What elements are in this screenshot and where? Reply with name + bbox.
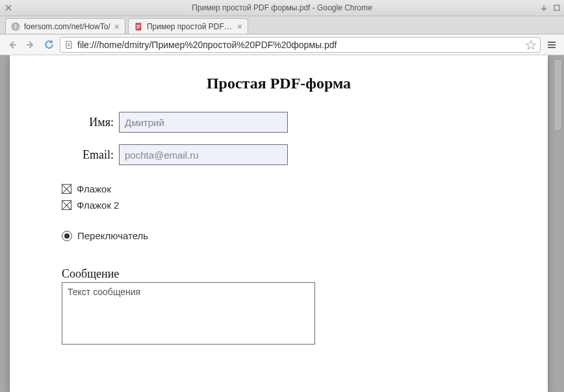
- tab-title: Пример простой PDF фо: [147, 22, 233, 31]
- tab-close-button[interactable]: ×: [114, 22, 120, 31]
- svg-rect-5: [136, 26, 140, 27]
- arrow-left-icon: [7, 40, 18, 50]
- svg-rect-6: [136, 27, 139, 28]
- file-icon: [64, 40, 73, 49]
- checkbox-2[interactable]: [62, 200, 71, 210]
- close-icon: [5, 5, 12, 11]
- checkbox-2-label: Флажок 2: [77, 200, 119, 211]
- window-minimize-button[interactable]: [539, 3, 548, 12]
- tabs-bar: foersom.com/net/HowTo/ × Пример простой …: [0, 16, 564, 34]
- tab-close-button[interactable]: ×: [237, 22, 242, 31]
- tab-pdf[interactable]: Пример простой PDF фо ×: [128, 18, 248, 34]
- email-label: Email:: [62, 148, 114, 162]
- svg-rect-4: [136, 25, 140, 25]
- vertical-scrollbar-thumb[interactable]: [554, 59, 562, 131]
- bookmark-star-icon[interactable]: [526, 40, 536, 50]
- minimize-icon: [541, 5, 547, 11]
- url-bar[interactable]: [60, 37, 541, 53]
- name-label: Имя:: [62, 116, 114, 129]
- window-titlebar: Пример простой PDF формы.pdf - Google Ch…: [0, 0, 564, 16]
- window-close-button[interactable]: [4, 3, 13, 12]
- checkbox-1[interactable]: [62, 184, 71, 194]
- back-button[interactable]: [5, 38, 19, 52]
- page-title: Простая PDF-форма: [62, 75, 496, 92]
- checkbox-1-label: Флажок: [77, 183, 111, 194]
- url-input[interactable]: [77, 40, 522, 50]
- pdf-page: Простая PDF-форма Имя: Email: Флажок Фла…: [10, 55, 548, 392]
- name-input[interactable]: [119, 112, 288, 133]
- radio-1-label: Переключатель: [77, 230, 148, 241]
- window-title: Пример простой PDF формы.pdf - Google Ch…: [192, 3, 372, 12]
- reload-icon: [44, 39, 55, 50]
- reload-button[interactable]: [42, 38, 56, 52]
- chrome-menu-button[interactable]: [545, 38, 559, 52]
- message-textarea[interactable]: [62, 282, 315, 345]
- hamburger-icon: [546, 40, 557, 50]
- globe-icon: [11, 22, 20, 31]
- tab-title: foersom.com/net/HowTo/: [24, 22, 110, 31]
- window-maximize-button[interactable]: [552, 3, 561, 12]
- email-input[interactable]: [119, 144, 288, 165]
- pdf-icon: [134, 22, 143, 31]
- radio-1[interactable]: [62, 231, 72, 241]
- arrow-right-icon: [25, 40, 36, 50]
- maximize-icon: [554, 5, 560, 11]
- svg-rect-0: [554, 5, 559, 10]
- tab-foersom[interactable]: foersom.com/net/HowTo/ ×: [5, 18, 125, 34]
- message-label: Сообщение: [62, 267, 496, 281]
- content-area: Простая PDF-форма Имя: Email: Флажок Фла…: [0, 55, 564, 392]
- forward-button[interactable]: [23, 38, 38, 52]
- toolbar: [0, 34, 564, 55]
